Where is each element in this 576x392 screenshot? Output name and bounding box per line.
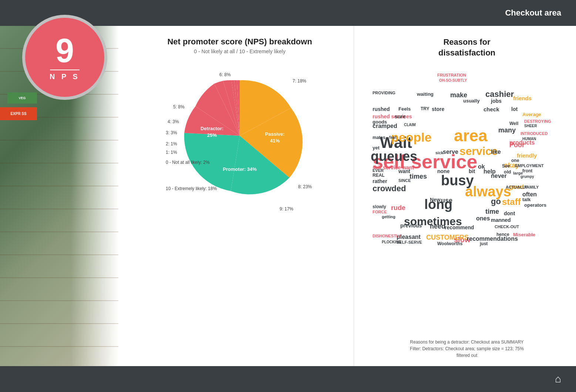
word-help: help [484, 168, 496, 175]
word-just: just [480, 241, 488, 246]
word-times: times [410, 173, 427, 180]
word-try: TRY [421, 106, 430, 111]
word-sick: sick [435, 151, 443, 155]
word-well: Well [509, 121, 518, 126]
word-introduced: INTRODUCED [521, 131, 548, 136]
chart-scale: 0 - Not likely at all / 10 - Extremely l… [194, 48, 285, 54]
word-people: people [391, 130, 432, 145]
main-content: Net promoter score (NPS) breakdown 0 - N… [118, 26, 576, 366]
word-operators: operators [524, 202, 546, 208]
pie-chart: Passive: 41% Promoter: 34% Detractor: 25… [166, 62, 314, 210]
word-need: need [430, 223, 445, 230]
word-mates: mates [373, 135, 385, 140]
word-since: SINCE [398, 178, 411, 183]
word-staff: staff [502, 197, 521, 207]
word-none: none [437, 168, 449, 174]
word-like: like [491, 149, 501, 155]
word-providing: PROVIDING [373, 91, 395, 95]
word-ones: ones [476, 215, 490, 222]
word-check: check [484, 106, 499, 112]
label-passive: Passive: [265, 131, 285, 137]
wordcloud-footer: Reasons for being a detractor: Checkout … [369, 339, 565, 359]
label-passive-pct: 41% [270, 138, 280, 143]
word-getting: getting [382, 214, 395, 219]
word-store: store [432, 106, 444, 112]
word-ok: ok [478, 163, 485, 170]
word-dont: dont [504, 210, 515, 216]
word-oh-so-subtly: OH-SO-SUBTLY [439, 78, 467, 82]
word-bit: bit [469, 168, 475, 174]
word-sheer: SHEER [524, 124, 537, 128]
word-previous: previous [400, 223, 422, 229]
word-want: want [398, 168, 410, 174]
chart-section: Net promoter score (NPS) breakdown 0 - N… [118, 26, 354, 366]
word-manned: manned [491, 217, 511, 223]
word-average: Average [522, 112, 541, 117]
nps-score: 9 [55, 34, 74, 67]
word-lot: lot [511, 106, 518, 112]
home-icon[interactable]: ⌂ [555, 373, 561, 385]
wordcloud-title: Reasons for dissatisfaction [369, 37, 565, 58]
word-employment: EMPLOYMENT [515, 163, 544, 168]
word-poor: Poor [509, 141, 525, 149]
word-woolworths: Woolworths [437, 241, 462, 246]
word-rude: rude [391, 204, 405, 212]
word-frustration: FRUSTRATION [437, 73, 466, 77]
word-time: time [485, 208, 499, 216]
word-waiting: waiting [417, 91, 434, 97]
word-queues: queues [371, 149, 417, 164]
word-check-out: CHECK-OUT [495, 224, 519, 229]
pie-svg: Passive: 41% Promoter: 34% Detractor: 25… [166, 62, 314, 210]
word-plocking: PLOCKING [382, 240, 401, 244]
word-ever: EVER [373, 168, 384, 173]
word-many: many [498, 126, 516, 134]
word-rushed-services: rushed services [373, 114, 412, 119]
word-rather: rather [373, 178, 387, 184]
word-customers: CUSTOMERS [426, 234, 469, 241]
word-claim: CLAIM [404, 123, 416, 127]
word-grumpy: grumpy [521, 175, 534, 179]
wordcloud-section: Reasons for dissatisfaction self service… [354, 26, 576, 366]
word-talk: talk [522, 197, 530, 202]
word-recommend: recommend [445, 224, 474, 230]
word-goods: goods [373, 119, 387, 125]
word-crowded: crowded [373, 184, 406, 193]
nps-divider [50, 70, 80, 70]
word-front: front [522, 168, 532, 173]
word-yet: yet [373, 145, 380, 151]
word-destroying: DESTROYING [524, 119, 551, 124]
word-rushed: rushed [373, 106, 390, 112]
word-slowly: slowly [373, 204, 386, 209]
wordcloud: self serviceareaWaitqueuesbusyalwayslong… [369, 69, 565, 335]
word-miserable: Miserable [513, 232, 535, 237]
word-area: area [454, 126, 488, 145]
word-force: FORCE [373, 210, 387, 214]
label-detractor: Detractor: [201, 126, 223, 131]
nps-circle: 9 N P S [22, 15, 107, 100]
word-recommendations: recommendations [467, 236, 518, 242]
word-family: FAMILY [524, 185, 539, 189]
word-use: use [441, 197, 452, 205]
label-promoter: Promoter: 34% [223, 166, 257, 172]
word-fast: fast [389, 135, 397, 139]
word-hence: hence [496, 232, 509, 237]
word-human: HUMAN [522, 137, 536, 141]
word-sure: sure [395, 114, 406, 119]
word-friendly: friendly [517, 152, 537, 159]
word-dishonestly: DISHONESTLY [373, 234, 401, 238]
segment-10 [184, 133, 240, 191]
word-new: New [430, 197, 441, 203]
word-see: See [502, 163, 510, 169]
footer-bar: ⌂ [0, 366, 576, 392]
word-old: old [504, 169, 511, 175]
word-jobs: jobs [491, 98, 502, 104]
chart-title: Net promoter score (NPS) breakdown [167, 37, 312, 47]
word-usually: usually [463, 98, 480, 104]
label-detractor-pct: 25% [207, 132, 217, 138]
word-real: REAL [373, 173, 385, 178]
word-serve: serve [443, 149, 458, 155]
nps-label: N P S [50, 72, 80, 81]
word-feels: Feels [398, 106, 411, 112]
word-friends: friends [513, 95, 532, 101]
word-go: go [491, 197, 501, 206]
